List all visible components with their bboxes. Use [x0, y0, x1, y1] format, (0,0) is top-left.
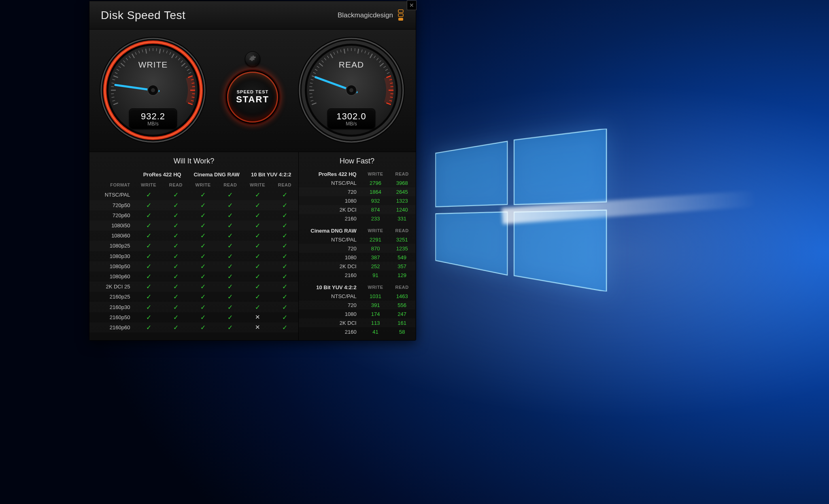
check-icon: ✓ — [135, 302, 162, 312]
check-icon: ✓ — [244, 282, 271, 292]
hf-row: 21604158 — [299, 327, 415, 336]
check-icon: ✓ — [271, 312, 298, 322]
hf-row: 7208701235 — [299, 244, 415, 253]
check-icon: ✓ — [135, 322, 162, 332]
svg-line-71 — [309, 87, 312, 87]
brand-logo-icon — [397, 9, 404, 21]
check-icon: ✓ — [162, 312, 189, 322]
settings-button[interactable] — [245, 51, 260, 67]
svg-line-89 — [355, 48, 355, 51]
wiw-row: NTSC/PAL✓✓✓✓✓✓ — [89, 190, 298, 200]
check-icon: ✓ — [135, 261, 162, 271]
wiw-row: 2160p50✓✓✓✓✕✓ — [89, 312, 298, 322]
check-icon: ✓ — [271, 190, 298, 200]
check-icon: ✓ — [189, 292, 217, 302]
how-fast-table: ProRes 422 HQWRITEREADNTSC/PAL2796396872… — [299, 169, 415, 336]
how-fast-panel: How Fast? ProRes 422 HQWRITEREADNTSC/PAL… — [299, 152, 415, 340]
svg-line-69 — [309, 94, 312, 94]
check-icon: ✓ — [271, 200, 298, 210]
check-icon: ✓ — [244, 261, 271, 271]
hf-group-header: Cinema DNG RAWWRITEREAD — [299, 226, 415, 235]
tables-area: Will It Work? ProRes 422 HQCinema DNG RA… — [89, 152, 416, 340]
check-icon: ✓ — [217, 210, 244, 220]
check-icon: ✓ — [135, 271, 162, 282]
brand-label: Blackmagicdesign — [338, 9, 404, 21]
wiw-row: 720p50✓✓✓✓✓✓ — [89, 200, 298, 210]
check-icon: ✓ — [135, 190, 162, 200]
wiw-format-label: 1080i60 — [89, 231, 135, 241]
svg-rect-4 — [398, 10, 403, 13]
wiw-row: 1080p25✓✓✓✓✓✓ — [89, 241, 298, 251]
check-icon: ✓ — [217, 292, 244, 302]
check-icon: ✓ — [135, 312, 162, 322]
check-icon: ✓ — [244, 292, 271, 302]
check-icon: ✓ — [162, 271, 189, 282]
wiw-format-label: 1080p50 — [89, 261, 135, 271]
check-icon: ✓ — [271, 271, 298, 282]
check-icon: ✓ — [217, 241, 244, 251]
wiw-format-label: 2160p60 — [89, 322, 135, 332]
check-icon: ✓ — [217, 302, 244, 312]
check-icon: ✓ — [217, 190, 244, 200]
check-icon: ✓ — [244, 241, 271, 251]
check-icon: ✓ — [271, 241, 298, 251]
hf-row: NTSC/PAL10311463 — [299, 292, 415, 301]
brand-text: Blackmagicdesign — [338, 11, 393, 19]
check-icon: ✓ — [189, 261, 217, 271]
wiw-format-label: 720p60 — [89, 210, 135, 220]
check-icon: ✓ — [271, 231, 298, 241]
read-readout: 1302.0 MB/s — [327, 108, 375, 129]
check-icon: ✓ — [217, 251, 244, 261]
svg-point-113 — [349, 88, 353, 92]
check-icon: ✓ — [189, 241, 217, 251]
check-icon: ✓ — [271, 261, 298, 271]
check-icon: ✓ — [217, 261, 244, 271]
check-icon: ✓ — [217, 312, 244, 322]
check-icon: ✓ — [244, 210, 271, 220]
svg-rect-6 — [398, 18, 403, 21]
wiw-format-label: 720p50 — [89, 200, 135, 210]
svg-line-36 — [156, 48, 157, 51]
hf-row: 2K DCI8741240 — [299, 205, 415, 214]
will-it-work-title: Will It Work? — [89, 157, 298, 165]
check-icon: ✓ — [162, 322, 189, 332]
how-fast-title: How Fast? — [299, 157, 415, 165]
check-icon: ✓ — [162, 302, 189, 312]
check-icon: ✓ — [244, 220, 271, 231]
check-icon: ✓ — [162, 251, 189, 261]
check-icon: ✓ — [162, 220, 189, 231]
hf-row: NTSC/PAL22913251 — [299, 235, 415, 244]
check-icon: ✓ — [244, 302, 271, 312]
wiw-format-label: 1080p25 — [89, 241, 135, 251]
write-value: 932.2 — [130, 111, 176, 122]
gauge-panel: WRITE 932.2 MB/s SPEED TEST START READ 1… — [89, 30, 416, 152]
wiw-row: 2160p60✓✓✓✓✕✓ — [89, 322, 298, 332]
close-button[interactable]: ✕ — [407, 0, 417, 10]
will-it-work-table: ProRes 422 HQCinema DNG RAW10 Bit YUV 4:… — [89, 169, 298, 332]
wiw-row: 720p60✓✓✓✓✓✓ — [89, 210, 298, 220]
read-gauge: READ 1302.0 MB/s — [297, 36, 406, 145]
wiw-format-label: NTSC/PAL — [89, 190, 135, 200]
check-icon: ✓ — [271, 282, 298, 292]
wiw-format-label: 2160p50 — [89, 312, 135, 322]
check-icon: ✓ — [135, 200, 162, 210]
hf-row: NTSC/PAL27963968 — [299, 178, 415, 187]
check-icon: ✓ — [135, 220, 162, 231]
check-icon: ✓ — [244, 271, 271, 282]
svg-marker-0 — [436, 141, 507, 208]
hf-group-header: 10 Bit YUV 4:2:2WRITEREAD — [299, 283, 415, 292]
svg-marker-2 — [436, 210, 507, 275]
wiw-format-label: 1080p30 — [89, 251, 135, 261]
svg-line-34 — [149, 48, 150, 51]
write-unit: MB/s — [130, 121, 176, 127]
hf-row: 10809321323 — [299, 196, 415, 205]
hf-row: 1080174247 — [299, 309, 415, 318]
start-button[interactable]: SPEED TEST START — [227, 72, 278, 123]
wiw-group-header: ProRes 422 HQ — [135, 169, 189, 180]
check-icon: ✓ — [244, 251, 271, 261]
cross-icon: ✕ — [244, 322, 271, 332]
read-value: 1302.0 — [328, 111, 375, 122]
wiw-row: 2160p25✓✓✓✓✓✓ — [89, 292, 298, 302]
check-icon: ✓ — [189, 271, 217, 282]
wiw-row: 1080p50✓✓✓✓✓✓ — [89, 261, 298, 271]
